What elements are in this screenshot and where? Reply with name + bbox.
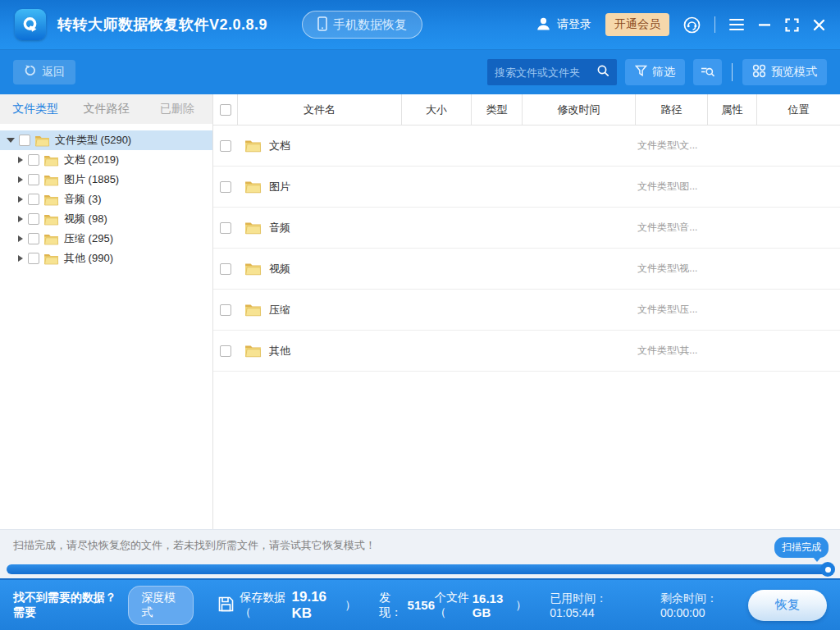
caret-right-icon[interactable] [18,216,23,222]
found-size: 16.13 GB [472,591,515,619]
folder-icon [244,139,262,153]
tree-node-label: 文件类型 (5290) [55,133,131,148]
header-location[interactable]: 位置 [757,94,840,125]
checkbox[interactable] [220,263,231,275]
folder-icon [244,180,262,194]
search-box [487,59,617,85]
tab-deleted[interactable]: 已删除 [142,94,212,124]
table-row[interactable]: 视频 文件类型\视... [213,249,840,290]
search-icon[interactable] [596,64,609,80]
progress-knob[interactable] [820,562,835,577]
app-window: 转转大师数据恢复软件V2.0.8.9 手机数据恢复 请登录 开 [0,0,840,630]
table-header: 文件名 大小 类型 修改时间 路径 属性 位置 [213,94,840,126]
app-title: 转转大师数据恢复软件V2.0.8.9 [57,15,267,34]
deep-mode-prompt: 找不到需要的数据？需要 [13,591,121,620]
search-list-icon [701,65,714,80]
minimize-icon[interactable] [758,18,771,31]
tab-file-type[interactable]: 文件类型 [0,94,71,124]
back-icon [24,65,36,80]
tab-file-path[interactable]: 文件路径 [71,94,141,124]
title-bar: 转转大师数据恢复软件V2.0.8.9 手机数据恢复 请登录 开 [0,0,840,49]
phone-recovery-button[interactable]: 手机数据恢复 [302,11,422,39]
vip-button[interactable]: 开通会员 [605,13,669,36]
checkbox[interactable] [19,135,30,146]
checkbox[interactable] [28,233,39,244]
app-logo-icon [15,9,46,40]
table-row[interactable]: 压缩 文件类型\压... [213,290,840,331]
caret-right-icon[interactable] [18,235,23,242]
header-modified[interactable]: 修改时间 [523,94,636,125]
login-button[interactable]: 请登录 [536,16,591,34]
back-label: 返回 [42,65,65,80]
tree-node-root[interactable]: 文件类型 (5290) [0,130,212,150]
folder-icon [43,233,59,245]
tree-node-video[interactable]: 视频 (98) [0,209,212,229]
header-size[interactable]: 大小 [402,94,472,125]
checkbox[interactable] [220,304,231,316]
tree-node-other[interactable]: 其他 (990) [0,249,212,268]
folder-icon [43,213,59,226]
scan-progress-bar[interactable] [7,564,833,574]
folder-icon [244,303,262,317]
checkbox[interactable] [220,140,231,152]
checkbox[interactable] [28,174,39,185]
found-summary: 发现：5156个文件（16.13 GB） [379,591,527,620]
folder-icon [43,253,59,265]
search-input[interactable] [495,66,596,79]
sidebar: 文件类型 文件路径 已删除 文件类型 (5290) 文档 (2019) [0,94,213,529]
folder-icon [244,344,262,358]
header-filename[interactable]: 文件名 [238,94,402,125]
table-row[interactable]: 图片 文件类型\图... [213,167,840,208]
tree-node-audio[interactable]: 音频 (3) [0,189,212,209]
checkbox[interactable] [28,253,39,264]
menu-icon[interactable] [729,19,744,31]
caret-down-icon[interactable] [7,138,15,143]
caret-right-icon[interactable] [18,196,23,203]
table-row[interactable]: 文档 文件类型\文... [213,126,840,167]
tree-node-label: 音频 (3) [64,192,102,207]
checkbox[interactable] [220,222,231,234]
login-label: 请登录 [557,17,591,32]
deep-mode-button[interactable]: 深度模式 [128,586,194,625]
preview-mode-button[interactable]: 预览模式 [742,59,827,85]
filter-button[interactable]: 筛选 [625,59,685,85]
back-button[interactable]: 返回 [13,60,75,84]
tree-node-pictures[interactable]: 图片 (1885) [0,170,212,189]
checkbox[interactable] [28,194,39,205]
scan-complete-badge: 扫描完成 [774,537,829,558]
file-name: 其他 [269,344,290,358]
recover-button[interactable]: 恢复 [748,590,827,621]
checkbox[interactable] [28,213,39,225]
preview-mode-label: 预览模式 [771,65,817,80]
header-path[interactable]: 路径 [636,94,708,125]
toolbar: 返回 筛选 [0,49,840,94]
file-path: 文件类型\图... [636,180,708,194]
main-area: 文件类型 文件路径 已删除 文件类型 (5290) 文档 (2019) [0,94,840,529]
checkbox[interactable] [220,181,231,193]
save-data-button[interactable]: 保存数据（ 19.16 KB ） [218,589,356,622]
header-attr[interactable]: 属性 [708,94,757,125]
select-all-checkbox[interactable] [220,104,231,116]
save-icon [218,596,234,614]
file-name: 图片 [269,180,290,194]
tree-node-label: 视频 (98) [64,212,107,226]
table-row[interactable]: 其他 文件类型\其... [213,331,840,372]
maximize-icon[interactable] [785,18,799,32]
file-path: 文件类型\视... [636,262,708,276]
caret-right-icon[interactable] [18,255,23,262]
table-row[interactable]: 音频 文件类型\音... [213,208,840,249]
checkbox[interactable] [28,154,39,166]
advanced-search-button[interactable] [693,59,722,85]
caret-right-icon[interactable] [18,176,23,183]
tree-node-archive[interactable]: 压缩 (295) [0,229,212,249]
folder-icon [244,262,262,276]
file-name: 音频 [269,221,290,235]
caret-right-icon[interactable] [18,157,23,163]
checkbox[interactable] [220,345,231,357]
support-headset-icon[interactable] [683,16,701,34]
tree-node-label: 图片 (1885) [64,172,119,187]
file-name: 文档 [269,139,290,153]
tree-node-documents[interactable]: 文档 (2019) [0,150,212,170]
close-icon[interactable] [813,19,825,31]
header-type[interactable]: 类型 [472,94,523,125]
